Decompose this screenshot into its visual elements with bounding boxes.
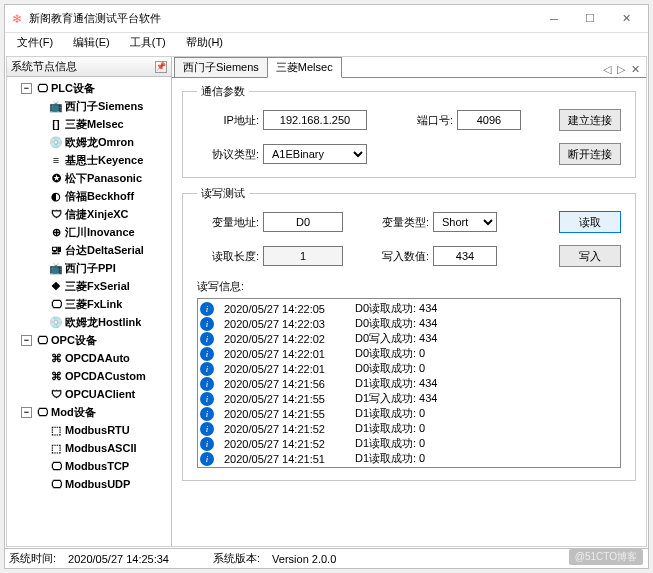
log-msg: D0读取成功: 0 — [355, 361, 425, 376]
status-ver-label: 系统版本: — [213, 551, 260, 566]
tree-item[interactable]: ◐倍福Beckhoff — [7, 187, 171, 205]
app-window: ❄ 新阁教育通信测试平台软件 ─ ☐ ✕ 文件(F) 编辑(E) 工具(T) 帮… — [4, 4, 649, 569]
log-ts: 2020/05/27 14:21:52 — [224, 438, 325, 450]
tree-item[interactable]: ❖三菱FxSerial — [7, 277, 171, 295]
btn-disconnect[interactable]: 断开连接 — [559, 143, 621, 165]
tree-item[interactable]: ⬚ModbusRTU — [7, 421, 171, 439]
pin-icon[interactable]: 📌 — [155, 61, 167, 73]
log-row[interactable]: i2020/05/27 14:21:51D1读取成功: 0 — [200, 451, 618, 466]
log-msg: D1写入成功: 434 — [355, 391, 438, 406]
minimize-button[interactable]: ─ — [536, 7, 572, 31]
btn-write[interactable]: 写入 — [559, 245, 621, 267]
tree-item[interactable]: 🛡信捷XinjeXC — [7, 205, 171, 223]
select-type[interactable]: Short — [433, 212, 497, 232]
params-legend: 通信参数 — [197, 84, 249, 99]
tree-group[interactable]: −🖵OPC设备 — [7, 331, 171, 349]
menu-help[interactable]: 帮助(H) — [176, 33, 233, 55]
label-ip: IP地址: — [197, 113, 263, 128]
log-msg: D1读取成功: 0 — [355, 421, 425, 436]
tree-item[interactable]: 🛡OPCUAClient — [7, 385, 171, 403]
tree-item[interactable]: ≡基恩士Keyence — [7, 151, 171, 169]
log-row[interactable]: i2020/05/27 14:22:01D0读取成功: 0 — [200, 346, 618, 361]
tab-prev-icon[interactable]: ◁ — [601, 62, 613, 77]
log-list[interactable]: i2020/05/27 14:22:05D0读取成功: 434i2020/05/… — [197, 298, 621, 468]
tree-item[interactable]: ✪松下Panasonic — [7, 169, 171, 187]
log-ts: 2020/05/27 14:21:55 — [224, 393, 325, 405]
tree-item-label: 基恩士Keyence — [65, 153, 143, 168]
sidebar-title: 系统节点信息 — [11, 59, 155, 74]
input-port[interactable] — [457, 110, 521, 130]
info-icon: i — [200, 467, 214, 469]
device-icon: 🛡 — [49, 387, 63, 401]
tree-group[interactable]: −🖵Mod设备 — [7, 403, 171, 421]
tree-item[interactable]: 📺西门子Siemens — [7, 97, 171, 115]
log-row[interactable]: i2020/05/27 14:21:52D1读取成功: 0 — [200, 436, 618, 451]
panel-melsec: 通信参数 IP地址: 端口号: 建立连接 协议类型: A1EBinary — [172, 78, 646, 546]
tree-item[interactable]: 🖵三菱FxLink — [7, 295, 171, 313]
input-ip[interactable] — [263, 110, 367, 130]
tree-item-label: 三菱FxLink — [65, 297, 122, 312]
client-area: 系统节点信息 📌 −🖵PLC设备📺西门子Siemens[]三菱Melsec💿欧姆… — [6, 56, 647, 547]
tree-item[interactable]: 🖵ModbusUDP — [7, 475, 171, 493]
collapse-icon[interactable]: − — [21, 407, 32, 418]
tree-item[interactable]: ⌘OPCDAAuto — [7, 349, 171, 367]
tree-item[interactable]: []三菱Melsec — [7, 115, 171, 133]
maximize-button[interactable]: ☐ — [572, 7, 608, 31]
tree-item[interactable]: 💿欧姆龙Hostlink — [7, 313, 171, 331]
log-ts: 2020/05/27 14:22:01 — [224, 348, 325, 360]
tree-item[interactable]: 📺西门子PPI — [7, 259, 171, 277]
tree-item-label: 信捷XinjeXC — [65, 207, 129, 222]
log-ts: 2020/05/27 14:21:55 — [224, 408, 325, 420]
rw-legend: 读写测试 — [197, 186, 249, 201]
log-row[interactable]: i2020/05/27 14:22:02D0写入成功: 434 — [200, 331, 618, 346]
log-row[interactable]: i2020/05/27 14:22:01D0读取成功: 0 — [200, 361, 618, 376]
log-row[interactable]: i2020/05/27 14:22:03D0读取成功: 434 — [200, 316, 618, 331]
log-row[interactable]: i2020/05/27 14:21:49连接PLC成功 — [200, 466, 618, 468]
device-icon: [] — [49, 117, 63, 131]
log-row[interactable]: i2020/05/27 14:21:56D1读取成功: 434 — [200, 376, 618, 391]
select-proto[interactable]: A1EBinary — [263, 144, 367, 164]
info-icon: i — [200, 317, 214, 331]
tree-item[interactable]: 🖳台达DeltaSerial — [7, 241, 171, 259]
label-port: 端口号: — [397, 113, 457, 128]
device-icon: 🖵 — [49, 459, 63, 473]
tree-item[interactable]: 🖵ModbusTCP — [7, 457, 171, 475]
label-proto: 协议类型: — [197, 147, 263, 162]
log-row[interactable]: i2020/05/27 14:21:55D1写入成功: 434 — [200, 391, 618, 406]
device-tree[interactable]: −🖵PLC设备📺西门子Siemens[]三菱Melsec💿欧姆龙Omron≡基恩… — [7, 77, 171, 546]
content-area: 西门子Siemens 三菱Melsec ◁ ▷ ✕ 通信参数 IP地址: 端口号… — [172, 57, 646, 546]
log-row[interactable]: i2020/05/27 14:21:55D1读取成功: 0 — [200, 406, 618, 421]
menu-tools[interactable]: 工具(T) — [120, 33, 176, 55]
input-addr[interactable] — [263, 212, 343, 232]
tab-melsec[interactable]: 三菱Melsec — [267, 57, 342, 78]
tab-next-icon[interactable]: ▷ — [615, 62, 627, 77]
log-ts: 2020/05/27 14:21:49 — [224, 468, 325, 469]
device-icon: 🖳 — [49, 243, 63, 257]
menu-file[interactable]: 文件(F) — [7, 33, 63, 55]
tree-item[interactable]: 💿欧姆龙Omron — [7, 133, 171, 151]
collapse-icon[interactable]: − — [21, 83, 32, 94]
tree-item-label: 三菱FxSerial — [65, 279, 130, 294]
status-time-value: 2020/05/27 14:25:34 — [68, 553, 169, 565]
close-button[interactable]: ✕ — [608, 7, 644, 31]
tree-group[interactable]: −🖵PLC设备 — [7, 79, 171, 97]
tree-item[interactable]: ⌘OPCDACustom — [7, 367, 171, 385]
log-row[interactable]: i2020/05/27 14:22:05D0读取成功: 434 — [200, 301, 618, 316]
folder-icon: 🖵 — [35, 405, 49, 419]
tree-item[interactable]: ⊕汇川Inovance — [7, 223, 171, 241]
tab-siemens[interactable]: 西门子Siemens — [174, 57, 268, 77]
sidebar-header: 系统节点信息 📌 — [7, 57, 171, 77]
info-icon: i — [200, 407, 214, 421]
tree-item-label: 西门子Siemens — [65, 99, 143, 114]
tab-close-icon[interactable]: ✕ — [629, 62, 642, 77]
log-ts: 2020/05/27 14:22:01 — [224, 363, 325, 375]
tree-item-label: 松下Panasonic — [65, 171, 142, 186]
input-wval[interactable] — [433, 246, 497, 266]
log-row[interactable]: i2020/05/27 14:21:52D1读取成功: 0 — [200, 421, 618, 436]
menu-edit[interactable]: 编辑(E) — [63, 33, 120, 55]
collapse-icon[interactable]: − — [21, 335, 32, 346]
btn-connect[interactable]: 建立连接 — [559, 109, 621, 131]
tree-item[interactable]: ⬚ModbusASCII — [7, 439, 171, 457]
group-readwrite: 读写测试 变量地址: 变量类型: Short 读取 读取长度: — [182, 186, 636, 481]
btn-read[interactable]: 读取 — [559, 211, 621, 233]
